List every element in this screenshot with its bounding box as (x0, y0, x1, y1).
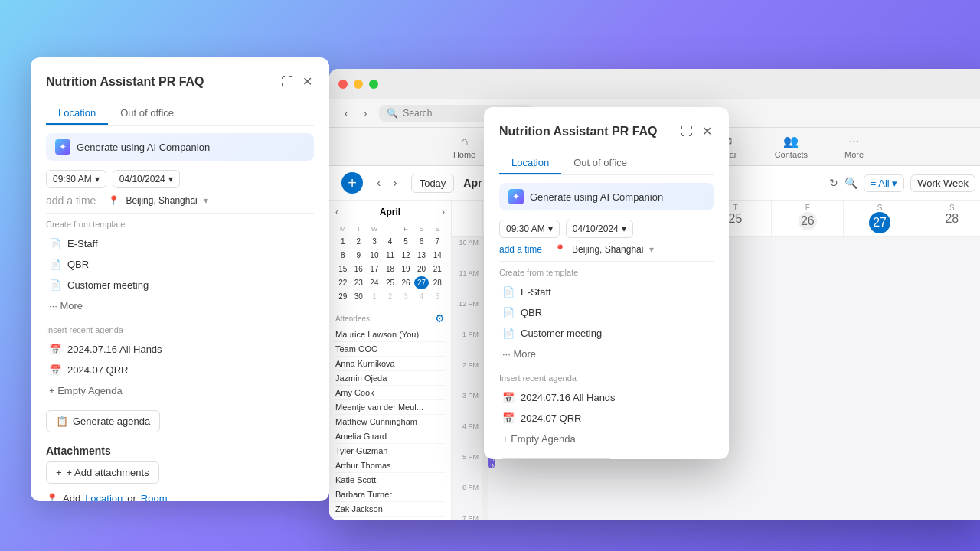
minimize-dot[interactable] (354, 80, 363, 89)
time-select[interactable]: 09:30 AM ▾ (46, 170, 106, 188)
front-time-select[interactable]: 09:30 AM ▾ (499, 220, 560, 238)
modal-front-title: Nutrition Assistant PR FAQ (499, 125, 658, 139)
close-dot[interactable] (338, 80, 348, 89)
front-location-row: add a time 📍 Beijing, Shanghai ▾ (499, 244, 714, 255)
add-attachment-button[interactable]: + + Add attachments (46, 461, 159, 484)
attendee-item: Jazmin Ojeda (335, 371, 445, 386)
add-event-button[interactable]: + (341, 172, 363, 194)
attendee-item: Barbara Turner (335, 487, 445, 502)
date-value: 04/10/2024 (119, 174, 165, 184)
create-from-template-section: Create from template 📄 E-Staff 📄 QBR 📄 C… (46, 220, 314, 316)
front-agenda-qrr[interactable]: 📅 2024.07 QRR (499, 408, 714, 429)
date-chevron-icon: ▾ (168, 174, 173, 184)
front-template-list: 📄 E-Staff 📄 QBR 📄 Customer meeting ··· M… (499, 282, 714, 364)
time-chevron-icon: ▾ (95, 174, 100, 184)
front-agenda-all-hands[interactable]: 📅 2024.07.16 All Hands (499, 387, 714, 408)
template-doc-icon: 📄 (49, 279, 61, 291)
modal-back-title: Nutrition Assistant PR FAQ (46, 75, 204, 89)
front-template-doc-icon: 📄 (502, 286, 514, 298)
all-filter[interactable]: = All ▾ (864, 174, 905, 192)
back-button[interactable]: ‹ (338, 104, 354, 122)
front-recent-agenda-section: Insert recent agenda 📅 2024.07.16 All Ha… (499, 373, 714, 449)
attachments-section: Attachments + + Add attachments (46, 445, 314, 484)
front-add-time-link[interactable]: add a time (499, 244, 542, 255)
empty-agenda-label: + Empty Agenda (49, 385, 122, 396)
room-link[interactable]: Room (141, 493, 168, 501)
front-more-templates-button[interactable]: ··· More (499, 344, 714, 364)
close-button[interactable]: ✕ (301, 73, 314, 90)
template-qbr[interactable]: 📄 QBR (46, 254, 314, 275)
nav-more-label: More (844, 150, 864, 159)
expand-button[interactable]: ⛶ (279, 73, 295, 90)
modal-back-controls: ⛶ ✕ (279, 73, 314, 90)
plus-icon: + (56, 467, 62, 478)
attendees-label: Attendees (335, 315, 370, 323)
front-time-chevron-icon: ▾ (548, 223, 553, 234)
nav-arrows: ‹ › (338, 104, 373, 122)
day-header-sat: S 27 (843, 201, 915, 236)
front-generate-agenda-button[interactable]: 📋 Generate agenda (499, 458, 613, 459)
generate-agenda-label: Generate agenda (73, 416, 150, 427)
front-template-customer-meeting[interactable]: 📄 Customer meeting (499, 323, 714, 344)
agenda-all-hands-label: 2024.07.16 All Hands (67, 344, 162, 355)
mini-prev-month[interactable]: ‹ (335, 207, 338, 217)
location-pin-icon: 📍 (46, 493, 58, 501)
agenda-qrr[interactable]: 📅 2024.07 QRR (46, 360, 314, 380)
next-week-button[interactable]: › (388, 174, 401, 191)
front-empty-agenda-label: + Empty Agenda (502, 433, 576, 445)
mini-cal-header: ‹ April › (335, 207, 445, 217)
front-template-qbr[interactable]: 📄 QBR (499, 302, 714, 323)
template-customer-meeting[interactable]: 📄 Customer meeting (46, 275, 314, 295)
front-date-value: 04/10/2024 (573, 223, 619, 234)
front-expand-button[interactable]: ⛶ (679, 122, 694, 140)
front-ai-companion-label: Generate using AI Companion (530, 191, 663, 203)
front-empty-agenda-button[interactable]: + Empty Agenda (499, 429, 714, 449)
or-label: or (127, 493, 136, 501)
front-tab-location[interactable]: Location (499, 152, 561, 174)
front-location-chevron-icon: ▾ (649, 244, 654, 255)
attendee-item: Arthur Thomas (335, 458, 445, 473)
prev-week-button[interactable]: ‹ (372, 174, 385, 191)
location-link[interactable]: Location (85, 493, 122, 501)
front-close-button[interactable]: ✕ (701, 122, 714, 140)
front-date-select[interactable]: 04/10/2024 ▾ (566, 220, 633, 238)
front-template-qbr-label: QBR (521, 307, 542, 318)
attachments-title: Attachments (46, 445, 314, 457)
attendee-item: Anna Kurnikova (335, 357, 445, 371)
more-templates-button[interactable]: ··· More (46, 295, 314, 316)
search-calendar-button[interactable]: 🔍 (844, 177, 858, 189)
modal-back-header: Nutrition Assistant PR FAQ ⛶ ✕ (46, 73, 314, 90)
calendar-navigation: ‹ › (372, 174, 402, 191)
front-agenda-cal-icon: 📅 (502, 412, 514, 424)
generate-agenda-button[interactable]: 📋 Generate agenda (46, 410, 160, 432)
template-list: 📄 E-Staff 📄 QBR 📄 Customer meeting ··· M… (46, 233, 314, 316)
time-value: 09:30 AM (53, 174, 92, 184)
attendee-item: Matthew Cunningham (335, 415, 445, 429)
mini-next-month[interactable]: › (442, 207, 445, 217)
add-attendee-button[interactable]: ⚙ (435, 312, 445, 324)
forward-button[interactable]: › (358, 104, 374, 122)
nav-contacts[interactable]: 👥 Contacts (766, 131, 817, 162)
today-button[interactable]: Today (411, 174, 455, 193)
template-e-staff[interactable]: 📄 E-Staff (46, 233, 314, 254)
attendee-item: Meentje van der Meul... (335, 400, 445, 415)
front-template-doc-icon: 📄 (502, 328, 514, 339)
attendee-item: Amelia Girard (335, 429, 445, 444)
location-link-label[interactable]: add a time (46, 194, 96, 207)
tab-location[interactable]: Location (46, 103, 108, 125)
date-select[interactable]: 04/10/2024 ▾ (113, 170, 180, 188)
maximize-dot[interactable] (369, 80, 378, 89)
attendee-item: Amy Cook (335, 386, 445, 400)
front-ai-companion-button[interactable]: ✦ Generate using AI Companion (499, 183, 714, 210)
tab-out-of-office[interactable]: Out of office (108, 103, 186, 125)
front-tab-out-of-office[interactable]: Out of office (561, 152, 639, 174)
view-selector[interactable]: Work Week (910, 174, 975, 192)
refresh-button[interactable]: ↻ (829, 177, 838, 189)
location-value: Beijing, Shanghai (126, 195, 197, 206)
empty-agenda-button[interactable]: + Empty Agenda (46, 380, 314, 401)
front-template-e-staff[interactable]: 📄 E-Staff (499, 282, 714, 302)
nav-more[interactable]: ··· More (835, 132, 873, 162)
nav-home[interactable]: ⌂ Home (444, 132, 485, 162)
agenda-all-hands[interactable]: 📅 2024.07.16 All Hands (46, 339, 314, 360)
ai-companion-button[interactable]: ✦ Generate using AI Companion (46, 133, 314, 161)
